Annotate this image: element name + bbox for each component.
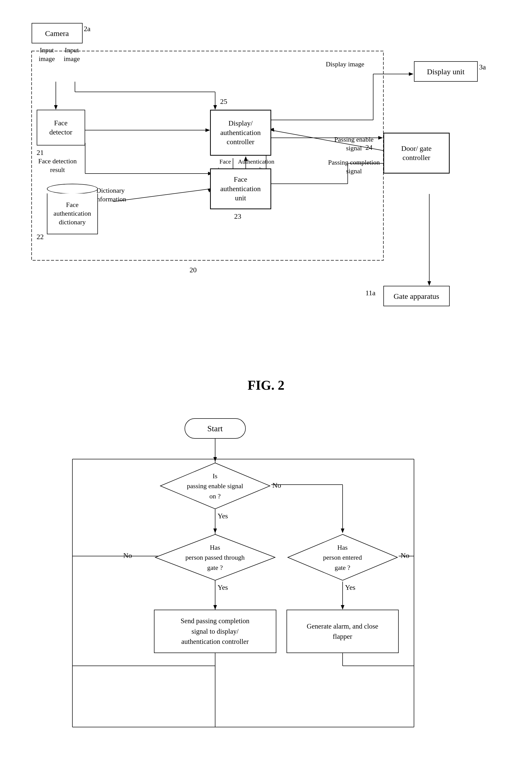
svg-marker-38 (213, 457, 217, 462)
display-auth-ctrl-box: Display/ authentication controller (210, 110, 271, 156)
svg-marker-40 (213, 528, 217, 533)
fc-box1: Send passing completion signal to displa… (154, 610, 276, 653)
input-image-2-label: Input image (62, 46, 82, 63)
svg-marker-52 (341, 605, 344, 610)
face-auth-dict-num: 22 (37, 232, 44, 242)
display-image-label: Display image (322, 60, 368, 69)
gate-apparatus-box: Gate apparatus (383, 286, 450, 306)
passing-completion-label: Passing completion signal (327, 158, 381, 175)
svg-marker-6 (213, 105, 217, 110)
face-auth-unit-num: 23 (234, 212, 241, 221)
fig3-diagram: Start Is passing enable signal on ? Yes … (16, 408, 516, 765)
yes3-label: Yes (345, 583, 356, 592)
display-unit-box: Display unit (414, 61, 478, 82)
svg-marker-8 (205, 128, 210, 132)
svg-marker-45 (213, 605, 217, 610)
fc-diamond2: Has person passed through gate ? (154, 533, 276, 582)
camera-label: 2a (84, 24, 90, 33)
no1-label: No (273, 481, 281, 490)
no2-label: No (123, 551, 132, 560)
door-gate-ctrl-num: 24 (366, 143, 373, 152)
fig2-diagram: Camera 2a Input image Input image Face d… (16, 10, 516, 362)
face-detector-num: 21 (37, 148, 44, 157)
display-unit-label: 3a (479, 62, 486, 72)
fc-box2: Generate alarm, and close flapper (287, 610, 399, 653)
door-gate-ctrl-box: Door/ gate controller (383, 133, 450, 173)
svg-marker-21 (409, 72, 413, 76)
face-auth-dict: Face authentication dictionary (47, 184, 98, 234)
svg-marker-43 (341, 528, 344, 533)
fig2-num: 20 (190, 266, 197, 275)
fc-start: Start (185, 418, 246, 439)
svg-marker-27 (427, 281, 431, 286)
display-auth-ctrl-num: 25 (220, 97, 227, 106)
fig2-caption: FIG. 2 (15, 378, 517, 393)
yes1-label: Yes (218, 511, 228, 520)
fc-diamond3: Has person entered gate ? (287, 533, 399, 582)
svg-marker-2 (54, 105, 58, 110)
yes2-label: Yes (218, 583, 228, 592)
face-detector-box: Face detector (37, 110, 85, 145)
gate-apparatus-num: 11a (366, 288, 375, 298)
no3-label: No (401, 551, 409, 560)
face-detection-result-label: Face detection result (37, 157, 78, 174)
input-image-1-label: Input image (37, 46, 57, 63)
fc-diamond1: Is passing enable signal on ? (159, 462, 271, 510)
camera-box: Camera (32, 23, 83, 43)
face-auth-unit-box: Face authentication unit (210, 168, 271, 209)
passing-enable-label: Passing enable signal (327, 135, 381, 152)
